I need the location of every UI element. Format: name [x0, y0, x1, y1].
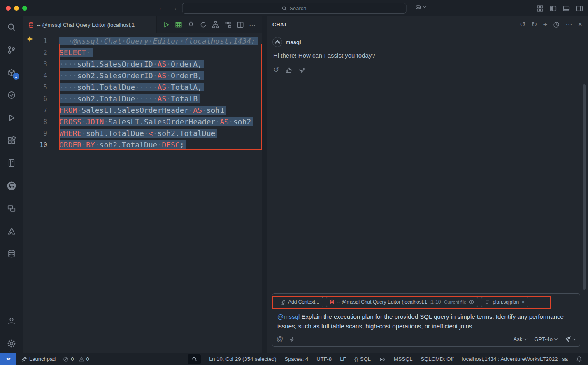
chat-scrollbar[interactable]: [583, 84, 586, 290]
connection-status[interactable]: localhost,1434 : AdventureWorksLT2022 : …: [462, 356, 568, 362]
thumbs-down-icon[interactable]: [299, 66, 305, 74]
notebook-icon[interactable]: [7, 158, 16, 168]
remove-chip-icon[interactable]: ×: [521, 299, 525, 305]
regenerate-icon[interactable]: ↺: [273, 66, 279, 74]
code-line[interactable]: 1--·@mssql·Chat·Query·Editor·(localhost,…: [23, 35, 262, 47]
close-chat-icon[interactable]: ×: [578, 20, 582, 29]
change-connection-icon[interactable]: [200, 21, 207, 28]
code-line[interactable]: 3····soh1.SalesOrderID·AS·OrderA,: [23, 58, 262, 70]
code-line[interactable]: 8CROSS·JOIN·SalesLT.SalesOrderHeader·AS·…: [23, 116, 262, 128]
notifications-bell-icon[interactable]: [576, 356, 582, 362]
query-plan-icon[interactable]: [224, 21, 232, 28]
send-button[interactable]: [565, 336, 576, 342]
context-file-title: -- @mssql Chat Query Editor (localhost,1: [337, 299, 427, 305]
split-editor-icon[interactable]: [237, 21, 244, 28]
panel-sash[interactable]: [262, 16, 267, 353]
navigate-back-icon[interactable]: ←: [158, 4, 165, 12]
run-debug-icon[interactable]: [7, 113, 16, 123]
status-bar: >< Launchpad 0 0 Ln 10, Col 29 (354 sele…: [0, 353, 588, 365]
code-line[interactable]: 10ORDER·BY·soh2.TotalDue·DESC;: [23, 139, 262, 151]
language-mode[interactable]: {} SQL: [354, 356, 371, 362]
remote-indicator[interactable]: ><: [0, 353, 16, 365]
check-circle-icon[interactable]: [7, 90, 16, 100]
remote-explorer-icon[interactable]: [7, 204, 16, 213]
title-bar: ← → Search: [0, 0, 588, 16]
microphone-icon[interactable]: [289, 336, 295, 342]
model-dropdown[interactable]: GPT-4o: [534, 336, 557, 342]
search-sidebar-icon[interactable]: [7, 22, 16, 32]
chat-input-container[interactable]: Add Context... -- @mssql Chat Query Edit…: [272, 293, 580, 347]
undo-request-icon[interactable]: ↺: [520, 20, 525, 29]
code-area: 1--·@mssql·Chat·Query·Editor·(localhost,…: [23, 33, 262, 151]
copilot-status-icon[interactable]: [379, 356, 386, 363]
line-number: 4: [23, 70, 59, 82]
line-number: 10: [23, 139, 59, 151]
cursor-position[interactable]: Ln 10, Col 29 (354 selected): [209, 356, 276, 362]
eye-icon[interactable]: [469, 299, 474, 305]
chat-prompt-input[interactable]: @mssql Explain the execution plan for th…: [277, 312, 575, 331]
toggle-sidebar-left-icon[interactable]: [550, 5, 557, 12]
references-icon[interactable]: 1: [7, 68, 16, 77]
database-file-icon: [330, 299, 335, 304]
thumbs-up-icon[interactable]: [286, 66, 292, 74]
add-context-button[interactable]: Add Context...: [277, 297, 323, 307]
extensions-icon[interactable]: [7, 136, 16, 145]
redo-request-icon[interactable]: ↻: [531, 20, 537, 29]
mode-dropdown[interactable]: Ask: [514, 336, 527, 342]
results-grid-icon[interactable]: [175, 21, 182, 28]
line-number: 8: [23, 116, 59, 128]
context-chip-plan-file[interactable]: plan.sqlplan ×: [481, 297, 528, 307]
encoding[interactable]: UTF-8: [316, 356, 332, 362]
error-icon: [63, 356, 69, 362]
toggle-sidebar-right-icon[interactable]: [576, 5, 583, 12]
customize-layout-icon[interactable]: [537, 5, 544, 12]
database-explorer-icon[interactable]: [7, 249, 16, 259]
chat-more-icon[interactable]: ⋯: [565, 21, 572, 28]
line-number: 7: [23, 105, 59, 116]
github-icon[interactable]: [7, 181, 16, 191]
chat-history-icon[interactable]: [553, 21, 560, 28]
command-center-search[interactable]: Search: [182, 3, 406, 14]
navigate-forward-icon[interactable]: →: [171, 4, 178, 12]
indentation[interactable]: Spaces: 4: [284, 356, 308, 362]
window-controls[interactable]: [6, 6, 27, 11]
maximize-window-button[interactable]: [22, 6, 27, 11]
toggle-panel-icon[interactable]: [563, 5, 570, 12]
tab-query-editor[interactable]: -- @mssql Chat Query Editor (localhost,1: [23, 16, 157, 33]
connect-icon[interactable]: [187, 21, 195, 28]
braces-icon: {}: [354, 356, 358, 362]
launchpad-button[interactable]: Launchpad: [21, 356, 56, 362]
database-file-icon: [28, 22, 34, 28]
editor-actions: ⋯: [163, 16, 262, 33]
code-line[interactable]: 7FROM·SalesLT.SalesOrderHeader·AS·soh1: [23, 105, 262, 116]
azure-icon[interactable]: [7, 226, 16, 236]
code-line[interactable]: 6····soh2.TotalDue·····AS·TotalB: [23, 93, 262, 105]
source-control-icon[interactable]: [7, 45, 16, 55]
new-chat-icon[interactable]: +: [543, 20, 547, 29]
language-label: SQL: [360, 356, 371, 362]
mssql-status[interactable]: MSSQL: [394, 356, 413, 362]
copilot-sparkle-icon[interactable]: [26, 35, 33, 42]
context-chip-current-file[interactable]: -- @mssql Chat Query Editor (localhost,1…: [326, 297, 478, 307]
more-actions-icon[interactable]: ⋯: [249, 21, 256, 29]
message-text: Hi there! How can I assist you today?: [273, 52, 582, 59]
run-query-icon[interactable]: [163, 21, 170, 28]
code-line[interactable]: 4····soh2.SalesOrderID·AS·OrderB,: [23, 70, 262, 82]
estimated-plan-icon[interactable]: [212, 21, 219, 28]
code-line[interactable]: 2SELECT·: [23, 47, 262, 58]
copilot-icon: [415, 3, 422, 10]
copilot-menu[interactable]: [415, 3, 426, 10]
code-line[interactable]: 9WHERE·soh1.TotalDue·<·soh2.TotalDue: [23, 128, 262, 139]
line-number: 5: [23, 82, 59, 93]
problems-button[interactable]: 0 0: [63, 356, 89, 362]
code-editor[interactable]: 1--·@mssql·Chat·Query·Editor·(localhost,…: [23, 33, 262, 353]
close-window-button[interactable]: [6, 6, 11, 11]
sqlcmd-status[interactable]: SQLCMD: Off: [421, 356, 454, 362]
account-icon[interactable]: [7, 316, 16, 326]
screencast-search-button[interactable]: [188, 354, 201, 364]
mention-icon[interactable]: @: [277, 335, 283, 343]
eol-sequence[interactable]: LF: [340, 356, 346, 362]
settings-gear-icon[interactable]: [7, 339, 16, 349]
minimize-window-button[interactable]: [14, 6, 19, 11]
code-line[interactable]: 5····soh1.TotalDue·····AS·TotalA,: [23, 82, 262, 93]
